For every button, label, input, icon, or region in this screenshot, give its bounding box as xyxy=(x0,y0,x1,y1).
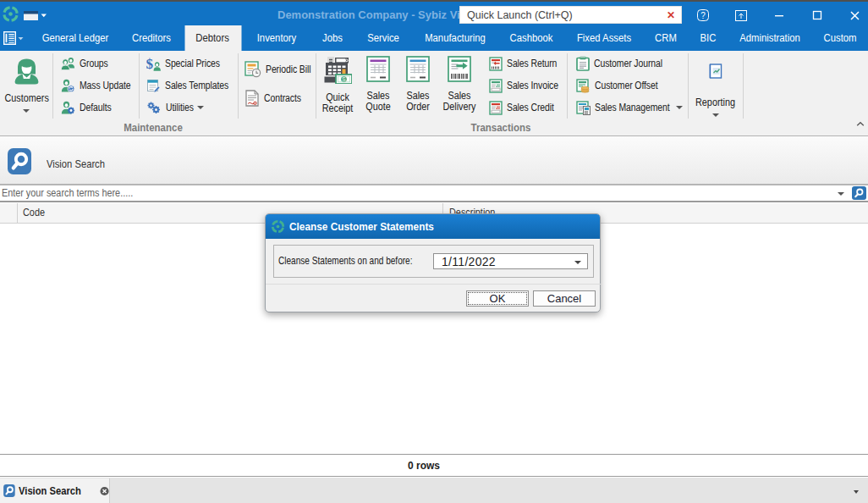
svg-text:$: $ xyxy=(146,57,154,71)
svg-text:S: S xyxy=(342,76,346,82)
svg-text:?: ? xyxy=(700,11,706,20)
